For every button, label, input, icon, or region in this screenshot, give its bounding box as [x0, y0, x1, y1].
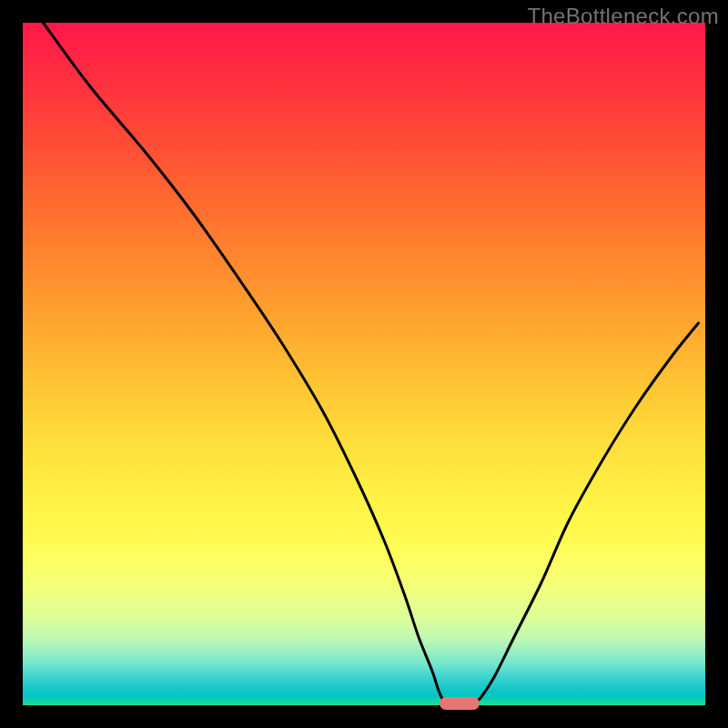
chart-frame: TheBottleneck.com	[0, 0, 728, 728]
watermark-text: TheBottleneck.com	[527, 4, 719, 29]
bottleneck-curve	[23, 23, 705, 705]
optimal-region-marker	[440, 697, 480, 710]
plot-area	[23, 23, 705, 705]
